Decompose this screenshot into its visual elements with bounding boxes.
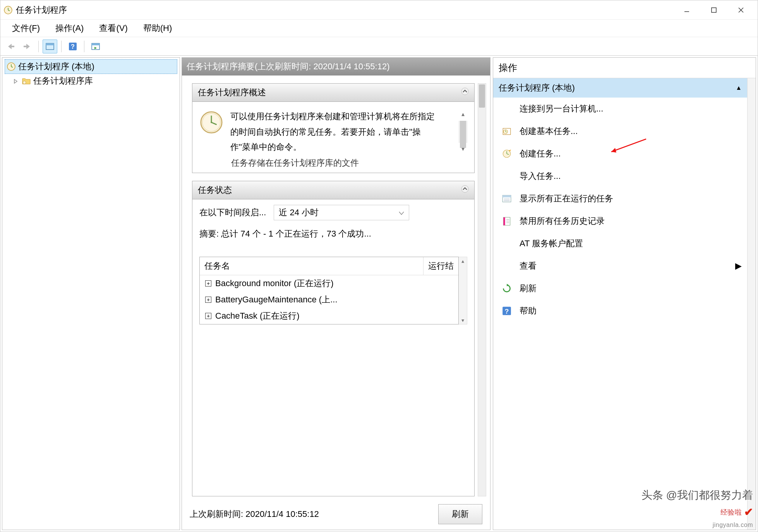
action-disable-history[interactable]: 禁用所有任务历史记录	[493, 210, 747, 232]
window-controls	[673, 0, 755, 20]
overview-group-header[interactable]: 任务计划程序概述	[192, 84, 474, 102]
svg-rect-35	[502, 195, 511, 197]
minimize-button[interactable]	[673, 0, 700, 20]
clock-icon	[7, 62, 16, 71]
toolbar-help-button[interactable]: ?	[65, 39, 80, 53]
action-help[interactable]: ? 帮助	[493, 300, 747, 322]
overview-scrollbar[interactable]: ▴ ▾	[459, 109, 467, 155]
svg-point-19	[461, 88, 468, 95]
task-row[interactable]: + CacheTask (正在运行)	[200, 308, 458, 324]
svg-text:?: ?	[71, 43, 75, 50]
action-create-task[interactable]: 创建任务...	[493, 142, 747, 165]
task-list-header: 任务名 运行结	[200, 257, 458, 275]
summary-header: 任务计划程序摘要(上次刷新时间: 2020/11/4 10:55:12)	[182, 58, 490, 76]
action-label: 刷新	[520, 283, 537, 294]
action-label: 查看	[520, 260, 537, 272]
actions-section-header[interactable]: 任务计划程序 (本地) ▲	[493, 78, 747, 98]
scroll-up-icon[interactable]: ▴	[461, 257, 464, 265]
tree-root-node[interactable]: 任务计划程序 (本地)	[5, 59, 177, 74]
scroll-down-icon[interactable]: ▾	[461, 316, 464, 324]
action-label: 创建基本任务...	[520, 125, 578, 137]
action-refresh[interactable]: 刷新	[493, 277, 747, 300]
collapse-arrow-icon: ▲	[736, 84, 742, 91]
svg-rect-8	[24, 46, 27, 47]
nav-back-button[interactable]	[3, 39, 18, 53]
action-label: 禁用所有任务历史记录	[520, 215, 605, 227]
task-list-scrollbar[interactable]: ▴ ▾	[459, 257, 467, 324]
wizard-task-icon	[502, 126, 512, 136]
center-scrollbar[interactable]	[478, 83, 486, 496]
task-name: CacheTask (正在运行)	[215, 310, 300, 322]
maximize-button[interactable]	[700, 0, 727, 20]
col-task-name[interactable]: 任务名	[200, 257, 424, 275]
chevron-up-icon	[461, 185, 469, 195]
svg-point-24	[211, 122, 212, 123]
svg-rect-10	[46, 43, 54, 45]
action-label: 连接到另一台计算机...	[520, 103, 603, 115]
task-list: 任务名 运行结 + Background monitor (正在运行) +	[199, 257, 459, 324]
content-area: 任务计划程序 (本地) 任务计划程序库 任务计划程序摘要(上次刷新时间: 202…	[0, 56, 758, 532]
overview-title: 任务计划程序概述	[198, 87, 266, 98]
svg-rect-14	[92, 43, 99, 45]
actions-header: 操作	[493, 58, 756, 78]
actions-scrollbar[interactable]	[747, 78, 756, 530]
menu-file[interactable]: 文件(F)	[4, 20, 48, 36]
svg-text:?: ?	[505, 307, 509, 315]
expand-icon[interactable]: +	[205, 313, 211, 319]
menu-action[interactable]: 操作(A)	[48, 20, 91, 36]
svg-rect-4	[712, 8, 716, 12]
menu-view[interactable]: 查看(V)	[91, 20, 135, 36]
history-icon	[502, 216, 512, 226]
watermark-text: 头条 @我们都很努力着	[641, 488, 753, 503]
toolbar: ?	[0, 37, 758, 56]
watermark-badge: 经验啦	[720, 508, 742, 517]
action-import-task[interactable]: 导入任务...	[493, 165, 747, 187]
navigation-tree: 任务计划程序 (本地) 任务计划程序库	[2, 58, 180, 89]
action-label: 显示所有正在运行的任务	[520, 193, 613, 204]
tree-child-node[interactable]: 任务计划程序库	[5, 74, 177, 88]
status-title: 任务状态	[198, 184, 232, 196]
chevron-up-icon	[461, 88, 469, 98]
title-bar: 任务计划程序	[0, 0, 758, 20]
action-show-running-tasks[interactable]: 显示所有正在运行的任务	[493, 187, 747, 210]
action-label: 导入任务...	[520, 170, 561, 182]
actions-pane: 操作 任务计划程序 (本地) ▲ 连接到另一台计算机... 创建基本任务...	[493, 57, 756, 530]
expand-icon[interactable]: +	[205, 280, 211, 287]
submenu-arrow-icon: ▶	[735, 261, 742, 271]
status-group-header[interactable]: 任务状态	[192, 181, 474, 199]
task-row[interactable]: + Background monitor (正在运行)	[200, 275, 458, 292]
overview-cut-text: 任务存储在任务计划程序库的文件	[192, 157, 474, 173]
refresh-button[interactable]: 刷新	[438, 504, 482, 524]
action-connect-computer[interactable]: 连接到另一台计算机...	[493, 98, 747, 120]
svg-point-25	[461, 185, 468, 192]
menu-bar: 文件(F) 操作(A) 查看(V) 帮助(H)	[0, 20, 758, 37]
tree-pane: 任务计划程序 (本地) 任务计划程序库	[2, 57, 180, 530]
folder-library-icon	[22, 76, 31, 86]
scroll-up-icon[interactable]: ▴	[461, 109, 465, 120]
tree-child-label: 任务计划程序库	[33, 75, 93, 87]
watermark-url: jingyanla.com	[713, 522, 753, 529]
overview-group: 任务计划程序概述 可以使用任务计划程序来创建和管理计算机将在所指定的时间自动执行…	[192, 83, 475, 173]
close-button[interactable]	[727, 0, 755, 20]
app-clock-icon	[3, 5, 13, 15]
task-name: BatteryGaugeMaintenance (上...	[215, 294, 338, 305]
expand-icon[interactable]: +	[205, 297, 211, 303]
action-view-submenu[interactable]: 查看 ▶	[493, 255, 747, 277]
toolbar-show-hide-tree-button[interactable]	[43, 39, 57, 53]
col-run-result[interactable]: 运行结	[424, 257, 458, 275]
blank-icon	[502, 239, 512, 249]
nav-forward-button[interactable]	[20, 39, 34, 53]
summary-pane: 任务计划程序摘要(上次刷新时间: 2020/11/4 10:55:12) 任务计…	[182, 57, 490, 530]
toolbar-show-hide-action-button[interactable]	[88, 39, 103, 53]
tree-expander-icon[interactable]	[12, 76, 19, 86]
svg-point-18	[23, 81, 26, 84]
actions-section-label: 任务计划程序 (本地)	[499, 82, 575, 94]
check-icon: ✔	[744, 506, 753, 518]
period-select[interactable]: 近 24 小时	[274, 205, 409, 220]
menu-help[interactable]: 帮助(H)	[135, 20, 180, 36]
create-task-icon	[502, 149, 512, 159]
action-create-basic-task[interactable]: 创建基本任务...	[493, 120, 747, 142]
task-row[interactable]: + BatteryGaugeMaintenance (上...	[200, 292, 458, 308]
action-at-account[interactable]: AT 服务帐户配置	[493, 232, 747, 255]
watermark: 头条 @我们都很努力着 经验啦 ✔ jingyanla.com	[641, 488, 753, 529]
